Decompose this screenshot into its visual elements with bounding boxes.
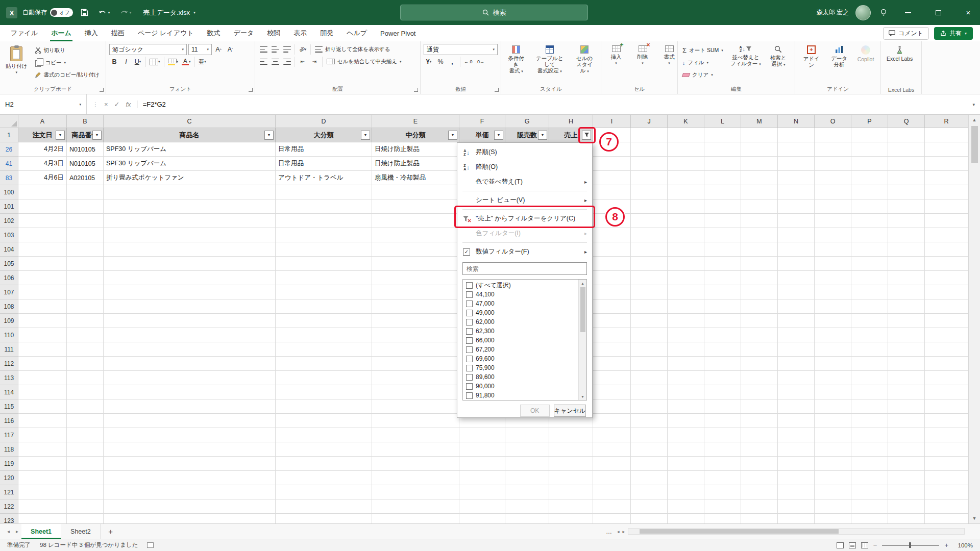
cell-L107[interactable] [704,285,741,299]
cell-E103[interactable] [372,228,459,242]
filter-button[interactable]: ▼ [361,131,370,140]
row-header-122[interactable]: 122 [0,499,18,514]
cell-M107[interactable] [741,285,778,299]
format-as-table-button[interactable]: テーブルとして書式設定 ▾ [531,44,568,75]
column-header-C[interactable]: C [104,115,276,128]
cell-B106[interactable] [67,271,104,285]
cell-R122[interactable] [925,499,968,514]
cell-I104[interactable] [593,242,631,257]
dialog-launcher-icon[interactable] [414,88,418,92]
page-layout-view-icon[interactable] [849,542,856,548]
save-icon[interactable] [78,0,91,25]
addins-button[interactable]: +アドイン [798,44,824,69]
cell-E107[interactable] [372,285,459,299]
cell-J110[interactable] [631,328,668,342]
cell-N110[interactable] [778,328,815,342]
cell-M104[interactable] [741,242,778,257]
cell-L105[interactable] [704,257,741,271]
cell-J103[interactable] [631,228,668,242]
cell-O114[interactable] [815,385,851,399]
row-header-118[interactable]: 118 [0,442,18,457]
cell-C118[interactable] [104,442,276,457]
cancel-entry-icon[interactable]: × [104,101,108,108]
cell-B120[interactable] [67,471,104,485]
sheet-nav-right-icon[interactable]: ▸ [13,529,21,534]
zoom-slider[interactable] [882,545,939,546]
cell-I107[interactable] [593,285,631,299]
cell-K107[interactable] [668,285,704,299]
cell-E118[interactable] [372,442,459,457]
cell-D102[interactable] [276,214,372,228]
cell-I117[interactable] [593,428,631,442]
cell-N109[interactable] [778,314,815,328]
checkbox-icon[interactable] [466,282,473,289]
cell-C100[interactable] [104,185,276,199]
cell-R119[interactable] [925,457,968,471]
cell-D110[interactable] [276,328,372,342]
cell-F120[interactable] [459,471,505,485]
header-cell-D[interactable]: 大分類▼ [276,128,372,142]
cell-P115[interactable] [851,399,888,414]
cell-B110[interactable] [67,328,104,342]
cell-R107[interactable] [925,285,968,299]
cell-R105[interactable] [925,257,968,271]
row-header-115[interactable]: 115 [0,399,18,414]
cell-A107[interactable] [18,285,67,299]
lightbulb-icon[interactable] [877,0,890,25]
cell-B100[interactable] [67,185,104,199]
cell-L123[interactable] [704,514,741,523]
cell-K106[interactable] [668,271,704,285]
cell-P101[interactable] [851,199,888,214]
format-painter-button[interactable]: 書式のコピー/貼り付け [33,69,101,80]
cell-O116[interactable] [815,414,851,428]
cell-J107[interactable] [631,285,668,299]
vertical-scroll-thumb[interactable] [971,126,978,163]
cell-Q105[interactable] [888,257,925,271]
cell-O106[interactable] [815,271,851,285]
menu-item-sort-descending[interactable]: ZA↓降順(O) [457,160,592,174]
row-header-112[interactable]: 112 [0,357,18,371]
cell-I106[interactable] [593,271,631,285]
cell-K110[interactable] [668,328,704,342]
cell-P117[interactable] [851,428,888,442]
cell-D41[interactable]: 日常用品 [276,157,372,171]
filter-button[interactable]: ▼ [538,131,547,140]
cell-I111[interactable] [593,342,631,357]
cell-A113[interactable] [18,371,67,385]
cell-E114[interactable] [372,385,459,399]
cell-O113[interactable] [815,371,851,385]
cell-F118[interactable] [459,442,505,457]
cell-P122[interactable] [851,499,888,514]
ribbon-tab-数式[interactable]: 数式 [201,25,227,41]
cell-F117[interactable] [459,428,505,442]
filter-value-item[interactable]: 62,000 [464,317,577,327]
cell-E106[interactable] [372,271,459,285]
cell-B123[interactable] [67,514,104,523]
column-header-N[interactable]: N [778,115,815,128]
menu-item-sort-ascending[interactable]: AZ↓昇順(S) [457,145,592,160]
cell-A104[interactable] [18,242,67,257]
cell-A116[interactable] [18,414,67,428]
cell-E117[interactable] [372,428,459,442]
cell-L112[interactable] [704,357,741,371]
cell-N120[interactable] [778,471,815,485]
cell-K105[interactable] [668,257,704,271]
cell-N122[interactable] [778,499,815,514]
row-header-107[interactable]: 107 [0,285,18,299]
cell-I83[interactable] [593,171,631,185]
drag-handle-icon[interactable]: ⋮ [93,102,98,107]
file-name[interactable]: 売上データ.xlsx▾ [143,8,196,17]
filter-value-item[interactable]: 75,900 [464,363,577,372]
checkbox-icon[interactable] [466,383,473,390]
cell-D107[interactable] [276,285,372,299]
cell-O41[interactable] [815,157,851,171]
cell-I114[interactable] [593,385,631,399]
ribbon-tab-ページ レイアウト[interactable]: ページ レイアウト [131,25,201,41]
column-header-P[interactable]: P [851,115,888,128]
list-scroll-up-icon[interactable]: ▲ [579,280,586,287]
cell-K112[interactable] [668,357,704,371]
row-header-101[interactable]: 101 [0,199,18,214]
cell-R101[interactable] [925,199,968,214]
cell-M110[interactable] [741,328,778,342]
cell-D122[interactable] [276,499,372,514]
